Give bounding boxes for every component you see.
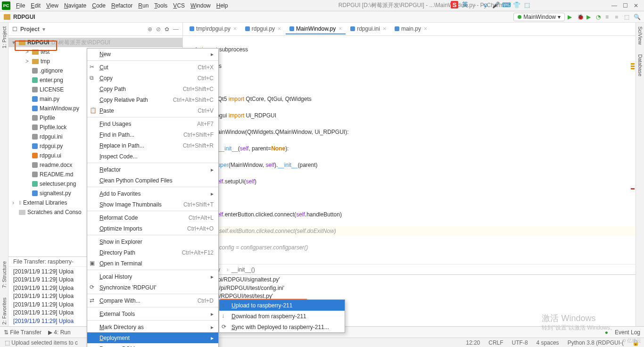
- deployment-submenu[interactable]: ↑Upload to raspberry-211↓Download from r…: [219, 299, 345, 333]
- ctx-add-to-favorites[interactable]: Add to Favorites▸: [87, 188, 218, 199]
- menu-edit[interactable]: Edit: [28, 1, 43, 10]
- ctx-directory-path[interactable]: Directory PathCtrl+Alt+F12: [87, 247, 218, 258]
- ctx-new[interactable]: New▸: [87, 49, 218, 59]
- settings-icon[interactable]: ✿: [165, 26, 169, 33]
- menu-run[interactable]: Run: [135, 1, 151, 10]
- status-interpreter[interactable]: Python 3.8 (RDPGUI-(: [568, 339, 624, 346]
- database-tool-tab[interactable]: Database: [637, 52, 643, 78]
- window-title: RDPGUI [D:\树莓派开发\RDPGUI] - ...\MainWindo…: [231, 1, 611, 9]
- run-button[interactable]: ▶: [568, 14, 574, 20]
- run-tab[interactable]: ▶ 4: Run: [48, 329, 71, 336]
- keyboard-icon[interactable]: ⌨: [503, 1, 510, 8]
- code-breadcrumb[interactable]: MainWindow __init__(): [183, 264, 636, 274]
- bc-method[interactable]: __init__(): [224, 266, 255, 273]
- menu-view[interactable]: View: [43, 1, 61, 10]
- ctx-find-in-path-[interactable]: Find in Path...Ctrl+Shift+F: [87, 129, 218, 140]
- menu-refactor[interactable]: Refactor: [108, 1, 135, 10]
- editor-tab[interactable]: tmp\rdpgui.py×: [186, 24, 240, 34]
- ime-lang-icon[interactable]: 英: [461, 1, 469, 8]
- ctx-refactor[interactable]: Refactor▸: [87, 164, 218, 175]
- event-log-tab[interactable]: Event Log: [615, 329, 640, 336]
- corner-logo: ⟲ 亿速云: [622, 338, 641, 344]
- hide-panel-icon[interactable]: —: [173, 26, 179, 33]
- favorites-tool-tab[interactable]: 2: Favorites: [1, 296, 7, 326]
- collapse-all-icon[interactable]: ⊕: [148, 26, 152, 33]
- run-config-selector[interactable]: MainWindow ▾: [513, 13, 565, 21]
- editor-tab[interactable]: rdpgui.ini×: [347, 24, 390, 34]
- ctx-show-image-thumbnails[interactable]: Show Image ThumbnailsCtrl+Shift+T: [87, 199, 218, 210]
- ctx-sync-with-deployed-to-raspberry-211-[interactable]: ⟳Sync with Deployed to raspberry-211...: [219, 322, 345, 332]
- editor-tab[interactable]: rdpgui.py×: [241, 24, 285, 34]
- app-grid-icon[interactable]: ⬚: [523, 1, 531, 8]
- status-encoding[interactable]: UTF-8: [512, 339, 528, 346]
- editor-minimap[interactable]: [630, 49, 636, 228]
- ctx-find-usages[interactable]: Find UsagesAlt+F7: [87, 118, 218, 129]
- editor-tab[interactable]: main.py×: [391, 24, 431, 34]
- ctx-synchronize-rdpgui-[interactable]: ⟳Synchronize 'RDPGUI': [87, 282, 218, 293]
- project-context-menu[interactable]: New▸✂CutCtrl+X⧉CopyCtrl+CCopy PathCtrl+S…: [87, 48, 219, 347]
- structure-tool-tab[interactable]: 7: Structure: [1, 259, 7, 290]
- ctx-copy-path[interactable]: Copy PathCtrl+Shift+C: [87, 83, 218, 94]
- sciview-tool-tab[interactable]: SciView: [637, 25, 643, 47]
- ime-toolbar: S 英 · ☺ 🎤 ⌨ 👕 ⬚: [451, 1, 531, 8]
- ctx-copy[interactable]: ⧉CopyCtrl+C: [87, 73, 218, 83]
- mic-icon[interactable]: 🎤: [492, 1, 500, 8]
- navigation-bar: RDPGUI MainWindow ▾ ▶ 🐞 ▶ ◔ ≡ ■ ⬚ 🔍: [0, 11, 644, 23]
- shirt-icon[interactable]: 👕: [513, 1, 520, 8]
- close-button[interactable]: ✕: [634, 2, 638, 9]
- debug-button[interactable]: 🐞: [577, 14, 584, 20]
- ctx-clean-python-compiled-files[interactable]: Clean Python Compiled Files: [87, 175, 218, 186]
- file-transfer-tab[interactable]: ⇅ File Transfer: [4, 329, 41, 336]
- maximize-button[interactable]: ☐: [623, 2, 628, 9]
- ctx-inspect-code-[interactable]: Inspect Code...: [87, 151, 218, 162]
- minimize-button[interactable]: —: [611, 2, 617, 9]
- left-tool-strip: 1: Project 7: Structure 2: Favorites: [0, 23, 8, 326]
- vcs-update-icon[interactable]: ⬚: [624, 14, 631, 20]
- editor-tab[interactable]: MainWindow.py×: [286, 24, 346, 34]
- ctx-mark-directory-as[interactable]: Mark Directory as▸: [87, 322, 218, 332]
- log-line: y' to '/home/pi/RDPGUI/signaltest.py': [188, 276, 631, 284]
- tree-root[interactable]: ▾ RDPGUI D:\树莓派开发\RDPGUI: [8, 38, 182, 47]
- coverage-button[interactable]: ▶: [586, 14, 593, 20]
- breadcrumb-path[interactable]: RDPGUI: [4, 14, 35, 20]
- menu-navigate[interactable]: Navigate: [61, 1, 89, 10]
- ctx-show-in-explorer[interactable]: Show in Explorer: [87, 236, 218, 247]
- ctx-remove-bom[interactable]: Remove BOM: [87, 343, 218, 347]
- app-logo-icon: PC: [2, 1, 10, 10]
- menu-vcs[interactable]: VCS: [170, 1, 188, 10]
- menu-code[interactable]: Code: [89, 1, 108, 10]
- ctx-replace-in-path-[interactable]: Replace in Path...Ctrl+Shift+R: [87, 140, 218, 151]
- project-tool-tab[interactable]: 1: Project: [1, 25, 7, 50]
- ctx-copy-relative-path[interactable]: Copy Relative PathCtrl+Alt+Shift+C: [87, 94, 218, 105]
- ctx-deployment[interactable]: Deployment▸: [87, 332, 218, 343]
- stop-button[interactable]: ■: [615, 14, 621, 20]
- ctx-cut[interactable]: ✂CutCtrl+X: [87, 62, 218, 73]
- status-indent[interactable]: 4 spaces: [537, 339, 559, 346]
- ctx-compare-with-[interactable]: ⇄Compare With...Ctrl+D: [87, 295, 218, 306]
- ime-dot-icon: ·: [471, 1, 479, 8]
- profiler-button[interactable]: ◔: [596, 14, 603, 20]
- ctx-optimize-imports[interactable]: Optimize ImportsCtrl+Alt+O: [87, 223, 218, 234]
- menu-file[interactable]: File: [13, 1, 28, 10]
- ctx-open-in-terminal[interactable]: ▣Open in Terminal: [87, 258, 218, 269]
- ime-s-icon[interactable]: S: [451, 1, 458, 8]
- path-root: RDPGUI: [13, 14, 35, 20]
- menu-window[interactable]: Window: [188, 1, 214, 10]
- folder-outline-icon: ☐: [12, 26, 17, 33]
- status-eol[interactable]: CRLF: [488, 339, 503, 346]
- editor-tabs: tmp\rdpgui.py×rdpgui.py×MainWindow.py×rd…: [183, 23, 636, 36]
- emoji-icon[interactable]: ☺: [482, 1, 489, 8]
- menu-tools[interactable]: Tools: [151, 1, 170, 10]
- concurrency-button[interactable]: ≡: [605, 14, 612, 20]
- status-caret[interactable]: 12:20: [466, 339, 480, 346]
- locate-icon[interactable]: ⊘: [156, 26, 161, 33]
- ctx-reformat-code[interactable]: Reformat CodeCtrl+Alt+L: [87, 212, 218, 223]
- ctx-upload-to-raspberry-211[interactable]: ↑Upload to raspberry-211: [219, 300, 345, 311]
- ctx-external-tools[interactable]: External Tools▸: [87, 308, 218, 319]
- ctx-download-from-raspberry-211[interactable]: ↓Download from raspberry-211: [219, 311, 345, 322]
- menu-help[interactable]: Help: [214, 1, 231, 10]
- search-everywhere-button[interactable]: 🔍: [634, 14, 640, 20]
- ctx-paste[interactable]: 📋PasteCtrl+V: [87, 105, 218, 116]
- code-editor[interactable]: 1import subprocess port sys om PyQt5 imp…: [183, 36, 636, 264]
- ctx-local-history[interactable]: Local History▸: [87, 271, 218, 282]
